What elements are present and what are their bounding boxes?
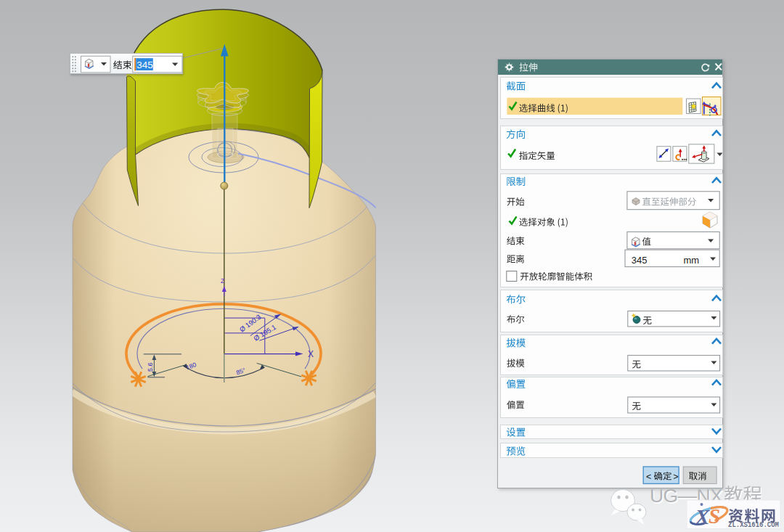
svg-text:S: S — [709, 504, 720, 528]
svg-text:X: X — [308, 349, 314, 359]
svg-text:345: 345 — [631, 255, 647, 266]
svg-text:X: X — [695, 505, 710, 528]
svg-text:5.6: 5.6 — [147, 362, 154, 372]
svg-text:ZL.XS1616.COM: ZL.XS1616.COM — [728, 521, 779, 529]
svg-text:mm: mm — [683, 255, 699, 266]
svg-text:Z: Z — [221, 277, 225, 285]
